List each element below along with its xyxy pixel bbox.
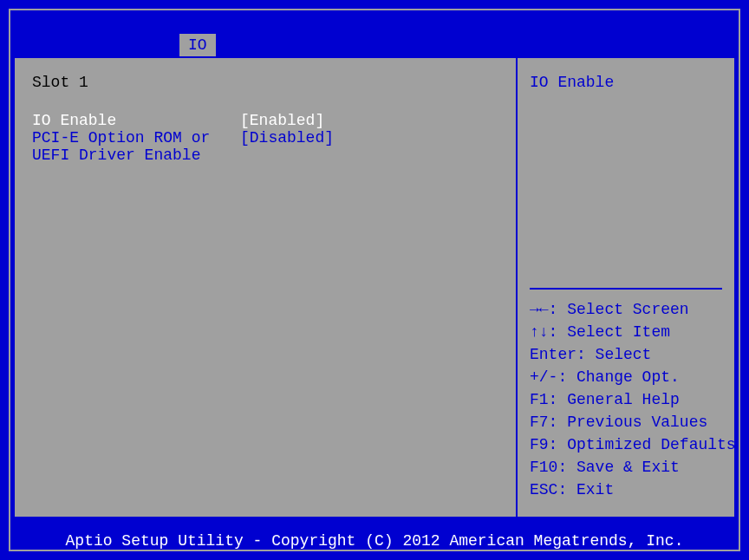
help-general-help: F1: General Help <box>530 388 722 411</box>
footer-copyright: Aptio Setup Utility - Copyright (C) 2012… <box>9 532 740 550</box>
tab-io[interactable]: IO <box>178 32 218 56</box>
help-enter-select: Enter: Select <box>530 343 722 366</box>
side-panel: IO Enable →←: Select Screen ↑↓: Select I… <box>518 58 734 517</box>
help-previous-values: F7: Previous Values <box>530 411 722 433</box>
help-change-opt: +/-: Change Opt. <box>530 366 722 388</box>
section-title: Slot 1 <box>32 74 498 91</box>
setting-value: [Disabled] <box>240 129 334 164</box>
help-title: IO Enable <box>530 74 722 91</box>
main-panel: Slot 1 IO Enable [Enabled] PCI-E Option … <box>15 58 518 517</box>
help-save-exit: F10: Save & Exit <box>530 456 722 479</box>
help-select-item: ↑↓: Select Item <box>530 321 722 343</box>
help-divider <box>530 288 722 290</box>
help-select-screen: →←: Select Screen <box>530 298 722 321</box>
setting-label-text: PCI-E Option ROM or UEFI Driver Enable <box>32 129 223 164</box>
help-key-list: →←: Select Screen ↑↓: Select Item Enter:… <box>530 298 722 501</box>
setting-label: PCI-E Option ROM or UEFI Driver Enable <box>32 129 240 164</box>
help-optimized-defaults: F9: Optimized Defaults <box>530 433 722 456</box>
help-esc-exit: ESC: Exit <box>530 479 722 501</box>
tab-bar: IO <box>9 32 740 56</box>
setting-pcie-option-rom[interactable]: PCI-E Option ROM or UEFI Driver Enable [… <box>32 129 498 164</box>
setting-label: IO Enable <box>32 112 240 129</box>
setting-value: [Enabled] <box>240 112 324 129</box>
content-box: Slot 1 IO Enable [Enabled] PCI-E Option … <box>13 56 736 518</box>
setting-io-enable[interactable]: IO Enable [Enabled] <box>32 112 498 129</box>
